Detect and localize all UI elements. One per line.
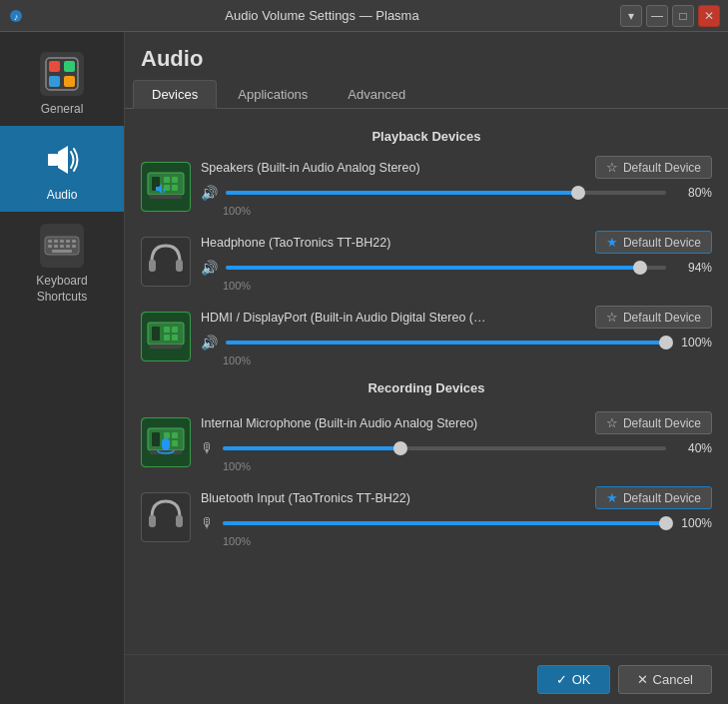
device-internal-mic: Internal Microphone (Built-in Audio Anal…: [141, 411, 712, 472]
sidebar-item-keyboard[interactable]: KeyboardShortcuts: [0, 212, 124, 315]
svg-rect-45: [152, 432, 160, 446]
headphone-thumb[interactable]: [633, 261, 647, 275]
internal-mic-volume-icon: 🎙: [201, 440, 215, 456]
svg-rect-27: [164, 177, 170, 183]
headphone-volume-icon: 🔊: [201, 260, 218, 276]
bt-input-default-btn[interactable]: ★ Default Device: [595, 486, 712, 509]
close-btn[interactable]: ✕: [698, 5, 720, 27]
cancel-button[interactable]: ✕ Cancel: [618, 665, 712, 694]
svg-rect-16: [66, 240, 70, 243]
svg-rect-4: [49, 61, 60, 72]
internal-mic-max-label: 100%: [201, 460, 712, 472]
hdmi-fill: [226, 341, 666, 345]
headphone-default-label: Default Device: [623, 236, 701, 250]
speakers-star-icon: ☆: [606, 160, 618, 175]
svg-rect-5: [64, 61, 75, 72]
general-icon: [38, 50, 86, 98]
headphone-max-label: 100%: [201, 280, 712, 292]
internal-mic-volume-pct: 40%: [674, 441, 712, 455]
svg-rect-41: [172, 335, 178, 341]
speakers-default-btn[interactable]: ☆ Default Device: [595, 156, 712, 179]
speakers-header: Speakers (Built-in Audio Analog Stereo) …: [201, 156, 712, 179]
cancel-x-icon: ✕: [637, 672, 648, 687]
sidebar: General Audio: [0, 32, 125, 704]
content-area: Audio Devices Applications Advanced Play…: [125, 32, 728, 704]
internal-mic-slider[interactable]: [223, 438, 666, 458]
device-bt-input: Bluetooth Input (TaoTronics TT-BH22) ★ D…: [141, 486, 712, 547]
tab-devices[interactable]: Devices: [133, 80, 217, 109]
svg-rect-34: [176, 260, 183, 272]
minimize-btn[interactable]: —: [646, 5, 668, 27]
sidebar-item-keyboard-label: KeyboardShortcuts: [36, 274, 87, 305]
svg-rect-28: [172, 177, 178, 183]
bt-input-thumb[interactable]: [659, 516, 673, 530]
svg-rect-23: [52, 250, 72, 253]
hdmi-volume-icon: 🔊: [201, 335, 218, 351]
svg-rect-18: [48, 245, 52, 248]
internal-mic-header: Internal Microphone (Built-in Audio Anal…: [201, 411, 712, 434]
hdmi-volume-row: 🔊 100%: [201, 333, 712, 352]
svg-rect-40: [164, 335, 170, 341]
bt-input-fill: [223, 521, 666, 525]
bt-input-device-icon: [141, 492, 191, 542]
hdmi-thumb[interactable]: [659, 336, 673, 350]
bt-input-details: Bluetooth Input (TaoTronics TT-BH22) ★ D…: [201, 486, 712, 547]
bt-input-volume-icon: 🎙: [201, 515, 215, 531]
device-speakers: Speakers (Built-in Audio Analog Stereo) …: [141, 156, 712, 217]
audio-icon: [38, 136, 86, 184]
tab-advanced[interactable]: Advanced: [329, 80, 424, 108]
svg-rect-17: [72, 240, 76, 243]
device-headphone: Headphone (TaoTronics TT-BH22) ★ Default…: [141, 231, 712, 292]
headphone-header: Headphone (TaoTronics TT-BH22) ★ Default…: [201, 231, 712, 254]
svg-rect-46: [164, 432, 170, 438]
sidebar-item-general[interactable]: General: [0, 40, 124, 126]
speakers-icon: [141, 162, 191, 212]
bt-input-max-label: 100%: [201, 535, 712, 547]
internal-mic-track: [223, 446, 666, 450]
playback-heading: Playback Devices: [141, 129, 712, 144]
tab-applications[interactable]: Applications: [219, 80, 327, 108]
sidebar-item-audio[interactable]: Audio: [0, 126, 124, 212]
hdmi-name: HDMI / DisplayPort (Built-in Audio Digit…: [201, 311, 486, 325]
hdmi-track: [226, 341, 666, 345]
internal-mic-fill: [223, 446, 400, 450]
hdmi-header: HDMI / DisplayPort (Built-in Audio Digit…: [201, 306, 712, 329]
svg-text:♪: ♪: [14, 12, 19, 22]
speakers-slider[interactable]: [226, 183, 666, 203]
headphone-name: Headphone (TaoTronics TT-BH22): [201, 236, 390, 250]
ok-button[interactable]: ✓ OK: [537, 665, 610, 694]
device-hdmi: HDMI / DisplayPort (Built-in Audio Digit…: [141, 306, 712, 366]
headphone-default-btn[interactable]: ★ Default Device: [595, 231, 712, 254]
svg-rect-6: [49, 76, 60, 87]
speakers-track: [226, 191, 666, 195]
svg-rect-39: [172, 327, 178, 333]
maximize-btn[interactable]: □: [672, 5, 694, 27]
svg-rect-49: [172, 440, 178, 446]
headphone-details: Headphone (TaoTronics TT-BH22) ★ Default…: [201, 231, 712, 292]
recording-heading: Recording Devices: [141, 380, 712, 395]
bt-input-volume-pct: 100%: [674, 516, 712, 530]
speakers-thumb[interactable]: [571, 186, 585, 200]
svg-rect-53: [149, 515, 156, 527]
hdmi-default-btn[interactable]: ☆ Default Device: [595, 306, 712, 329]
speakers-max-label: 100%: [201, 205, 712, 217]
tab-content-devices: Playback Devices: [125, 109, 728, 654]
bt-input-slider[interactable]: [223, 513, 666, 533]
speakers-details: Speakers (Built-in Audio Analog Stereo) …: [201, 156, 712, 217]
speakers-default-label: Default Device: [623, 161, 701, 175]
sidebar-item-general-label: General: [41, 102, 84, 116]
internal-mic-default-label: Default Device: [623, 416, 701, 430]
headphone-star-icon: ★: [606, 235, 618, 250]
internal-mic-star-icon: ☆: [606, 415, 618, 430]
bt-input-track: [223, 521, 666, 525]
hdmi-star-icon: ☆: [606, 310, 618, 325]
internal-mic-default-btn[interactable]: ☆ Default Device: [595, 411, 712, 434]
svg-rect-37: [152, 327, 160, 341]
hdmi-slider[interactable]: [226, 333, 666, 352]
tabs: Devices Applications Advanced: [125, 80, 728, 109]
internal-mic-thumb[interactable]: [393, 441, 407, 455]
dropdown-btn[interactable]: ▾: [620, 5, 642, 27]
headphone-slider[interactable]: [226, 258, 666, 278]
speakers-volume-icon: 🔊: [201, 185, 218, 201]
svg-rect-47: [172, 432, 178, 438]
